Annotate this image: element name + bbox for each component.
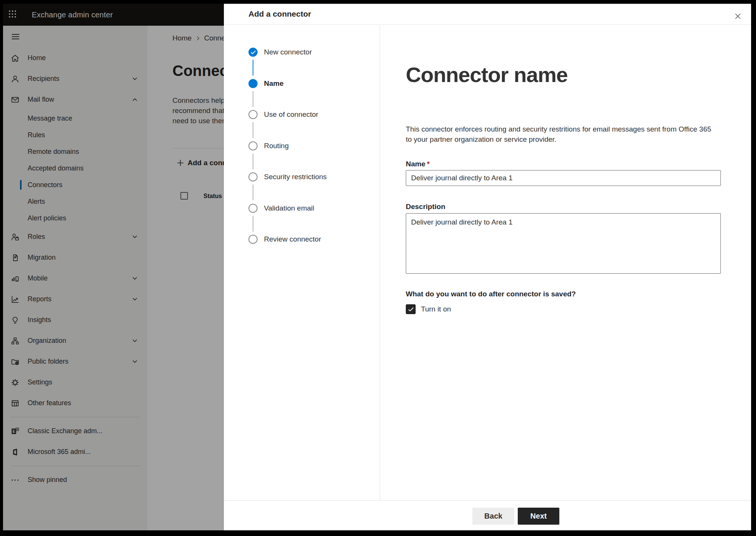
step-label: Routing	[264, 142, 289, 150]
step-connector-line	[253, 91, 253, 107]
step-upcoming-circle-icon	[248, 235, 258, 244]
wizard-step-content: Connector name This connector enforces r…	[380, 25, 751, 500]
step-connector-line	[253, 184, 253, 200]
turn-it-on-row: Turn it on	[406, 304, 721, 314]
step-label: Security restrictions	[264, 173, 327, 181]
step-security-restrictions[interactable]: Security restrictions	[248, 172, 327, 181]
modal-footer: Back Next	[224, 500, 751, 530]
next-button[interactable]: Next	[518, 508, 559, 525]
step-connector-line	[253, 122, 253, 138]
step-current-dot-icon	[248, 79, 258, 88]
step-connector-line	[253, 153, 253, 169]
modal-body: New connectorNameUse of connectorRouting…	[224, 25, 751, 500]
step-routing[interactable]: Routing	[248, 141, 289, 150]
add-connector-modal: Add a connector New connectorNameUse of …	[224, 4, 751, 530]
step-name[interactable]: Name	[248, 79, 284, 88]
modal-header: Add a connector	[224, 4, 751, 25]
modal-title: Add a connector	[248, 9, 311, 19]
step-connector-line	[253, 60, 253, 76]
step-completed-check-icon	[248, 48, 258, 57]
step-label: New connector	[264, 48, 312, 56]
step-label: Use of connector	[264, 110, 318, 119]
step-new-connector[interactable]: New connector	[248, 48, 312, 57]
step-connector-line	[253, 216, 253, 232]
required-asterisk: *	[427, 160, 430, 168]
step-label: Validation email	[264, 204, 314, 212]
close-icon[interactable]	[731, 9, 745, 23]
after-save-question: What do you want to do after connector i…	[406, 290, 721, 298]
name-field-label: Name*	[406, 160, 721, 168]
wizard-stepper: New connectorNameUse of connectorRouting…	[224, 25, 380, 500]
turn-it-on-label: Turn it on	[421, 305, 451, 313]
back-button[interactable]: Back	[472, 508, 514, 525]
step-validation-email[interactable]: Validation email	[248, 204, 314, 213]
app-window: Exchange admin center HomeRecipientsMail…	[3, 4, 751, 530]
step-label: Review connector	[264, 235, 321, 243]
step-use-of-connector[interactable]: Use of connector	[248, 110, 318, 119]
step-upcoming-circle-icon	[248, 141, 258, 150]
step-upcoming-circle-icon	[248, 172, 258, 181]
connector-name-input[interactable]	[406, 170, 721, 186]
step-heading: Connector name	[406, 63, 721, 87]
step-upcoming-circle-icon	[248, 110, 258, 119]
step-upcoming-circle-icon	[248, 204, 258, 213]
turn-it-on-checkbox[interactable]	[406, 304, 416, 314]
step-review-connector[interactable]: Review connector	[248, 235, 321, 244]
connector-description-textarea[interactable]: Deliver journal directly to Area 1	[406, 213, 721, 274]
step-label: Name	[264, 79, 284, 88]
step-description: This connector enforces routing and secu…	[406, 124, 721, 144]
description-field-label: Description	[406, 203, 721, 211]
